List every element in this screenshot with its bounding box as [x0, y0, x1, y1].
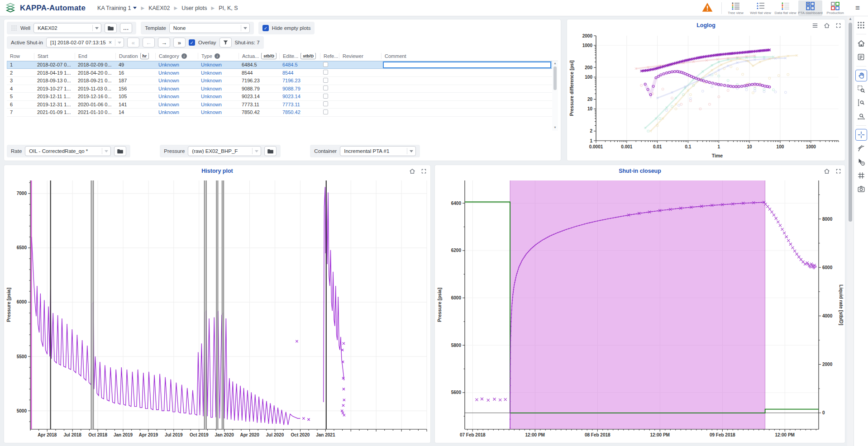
- reference-checkbox[interactable]: [323, 109, 328, 114]
- table-row[interactable]: 52019-12-11 1...2019-12-16 0...105Unknow…: [7, 93, 558, 101]
- zoom-vertical-icon[interactable]: [855, 97, 867, 109]
- reference-checkbox[interactable]: [323, 85, 328, 90]
- home-icon[interactable]: [409, 168, 415, 174]
- tangent-icon[interactable]: [855, 142, 867, 154]
- unit-hr-badge[interactable]: hr: [140, 53, 149, 59]
- table-row[interactable]: 32018-09-13 0...2018-09-21 0...187Unknow…: [7, 77, 558, 85]
- cell-type[interactable]: Unknown: [198, 78, 238, 83]
- scroll-up-icon[interactable]: ▲: [553, 61, 557, 66]
- filter-shutins-button[interactable]: [219, 38, 232, 47]
- more-options-button[interactable]: ...: [120, 23, 132, 33]
- cell-edited[interactable]: 7196.23: [279, 78, 320, 83]
- first-shutin-button[interactable]: «: [127, 38, 139, 47]
- browse-pressure-button[interactable]: [264, 146, 277, 156]
- cell-edited[interactable]: 7773.11: [279, 102, 320, 107]
- hide-empty-checkbox[interactable]: ✓: [262, 25, 269, 31]
- camera-icon[interactable]: [855, 183, 867, 195]
- cell-edited[interactable]: 8544: [279, 70, 320, 76]
- cell-category[interactable]: Unknown: [155, 94, 198, 99]
- loglog-plot[interactable]: 121020100200100020000.00010.0010.010.111…: [567, 31, 845, 161]
- home-icon[interactable]: [824, 23, 830, 28]
- next-shutin-button[interactable]: →: [158, 38, 170, 47]
- overlay-checkbox[interactable]: ✓: [189, 39, 195, 46]
- legend-list-icon[interactable]: [812, 23, 818, 28]
- view-well-flat-view[interactable]: Well flat view: [749, 0, 773, 16]
- breadcrumb-page[interactable]: PI, K, S: [219, 5, 238, 11]
- cell-edited[interactable]: 7850.42: [279, 109, 320, 115]
- unit-stbd-badge[interactable]: stb/D: [300, 53, 316, 59]
- zoom-horizontal-icon[interactable]: [855, 110, 867, 122]
- warning-icon[interactable]: [701, 2, 713, 14]
- cell-category[interactable]: Unknown: [155, 78, 198, 83]
- cell-type[interactable]: Unknown: [198, 109, 238, 115]
- history-plot[interactable]: 50005500600065007000Apr 2018Jul 2018Oct …: [4, 177, 430, 443]
- cell-type[interactable]: Unknown: [198, 86, 238, 91]
- view-data-flat-view[interactable]: Data flat view: [773, 0, 797, 16]
- marquee-zoom-icon[interactable]: [855, 83, 867, 95]
- reference-checkbox[interactable]: [323, 62, 328, 67]
- table-row[interactable]: 72021-01-09 1...2021-01-10 0...14Unknown…: [7, 109, 558, 117]
- fullscreen-icon[interactable]: [835, 23, 841, 28]
- reference-checkbox[interactable]: [323, 94, 328, 99]
- breadcrumb-project[interactable]: KA Training 1: [97, 5, 137, 11]
- hamburger-icon[interactable]: ≡: [850, 0, 865, 16]
- view-production[interactable]: Production: [823, 0, 847, 16]
- breadcrumb-userplots[interactable]: User plots: [181, 5, 207, 11]
- scroll-up-icon[interactable]: ▲: [849, 16, 852, 22]
- cell-category[interactable]: Unknown: [155, 109, 198, 115]
- browse-rate-button[interactable]: [114, 146, 126, 156]
- crosshair-icon[interactable]: [855, 129, 867, 141]
- last-shutin-button[interactable]: »: [173, 38, 186, 47]
- apps-grid-icon[interactable]: [855, 19, 867, 31]
- rate-select[interactable]: OIL - CorrectedRate_qo *: [25, 146, 111, 156]
- table-row[interactable]: 12018-02-07 0...2018-02-09 0...49Unknown…: [7, 61, 558, 69]
- info-icon[interactable]: i: [181, 53, 187, 59]
- open-well-button[interactable]: [105, 23, 117, 33]
- breadcrumb-well[interactable]: KAEX02: [148, 5, 170, 11]
- cell-edited[interactable]: 9023.14: [279, 94, 320, 99]
- cell-category[interactable]: Unknown: [155, 102, 198, 107]
- previous-shutin-button[interactable]: ←: [143, 38, 155, 47]
- cell-edited[interactable]: 9088.79: [279, 86, 320, 91]
- closeup-plot[interactable]: 560058006000620064000200040006000800007 …: [435, 177, 845, 443]
- view-tree-view[interactable]: Tree view: [724, 0, 748, 16]
- clear-icon[interactable]: ×: [108, 39, 113, 46]
- cell-edited[interactable]: 6484.5: [279, 62, 320, 67]
- active-shutin-select[interactable]: [1] 2018-02-07 07:13:15 ×: [46, 38, 124, 47]
- cell-type[interactable]: Unknown: [198, 94, 238, 99]
- scrollbar-thumb[interactable]: [849, 23, 852, 222]
- reference-checkbox[interactable]: [323, 78, 328, 83]
- hand-icon[interactable]: [855, 70, 867, 81]
- cell-type[interactable]: Unknown: [198, 70, 238, 76]
- home-icon[interactable]: [855, 38, 867, 49]
- drag-handle-icon[interactable]: [11, 25, 17, 31]
- table-row[interactable]: 62019-12-31 1...2020-01-06 0...141Unknow…: [7, 101, 558, 109]
- cell-category[interactable]: Unknown: [155, 86, 198, 91]
- reference-checkbox[interactable]: [323, 101, 328, 106]
- page-scrollbar[interactable]: ▲: [847, 16, 854, 446]
- info-icon[interactable]: i: [215, 53, 220, 59]
- pointer-history-icon[interactable]: [855, 156, 867, 168]
- unit-stbd-badge[interactable]: stb/D: [261, 53, 277, 59]
- fullscreen-icon[interactable]: [835, 168, 841, 174]
- well-select[interactable]: KAEX02: [33, 23, 101, 33]
- cell-type[interactable]: Unknown: [198, 62, 238, 67]
- cell-category[interactable]: Unknown: [155, 62, 198, 67]
- form-icon[interactable]: [855, 51, 867, 63]
- table-scrollbar[interactable]: ▲ ▼: [552, 61, 558, 131]
- fullscreen-icon[interactable]: [421, 168, 427, 174]
- template-select[interactable]: None: [169, 23, 250, 33]
- reference-checkbox[interactable]: [323, 70, 328, 75]
- view-pta-dashboard[interactable]: PTA dashboard: [798, 0, 822, 16]
- home-icon[interactable]: [824, 168, 830, 174]
- container-select[interactable]: Incremental PTA #1: [340, 146, 416, 156]
- scroll-down-icon[interactable]: ▼: [553, 125, 557, 130]
- scrollbar-thumb[interactable]: [553, 66, 557, 90]
- grid-icon[interactable]: [855, 170, 867, 181]
- pressure-select[interactable]: (raw) EX02_BHP_F: [188, 146, 261, 156]
- table-row[interactable]: 42019-10-27 1...2019-11-03 0...156Unknow…: [7, 85, 558, 93]
- cell-type[interactable]: Unknown: [198, 102, 238, 107]
- cell-category[interactable]: Unknown: [155, 70, 198, 76]
- table-row[interactable]: 22018-04-19 1...2018-04-20 0...16Unknown…: [7, 69, 558, 77]
- comment-edit-box[interactable]: [383, 62, 551, 68]
